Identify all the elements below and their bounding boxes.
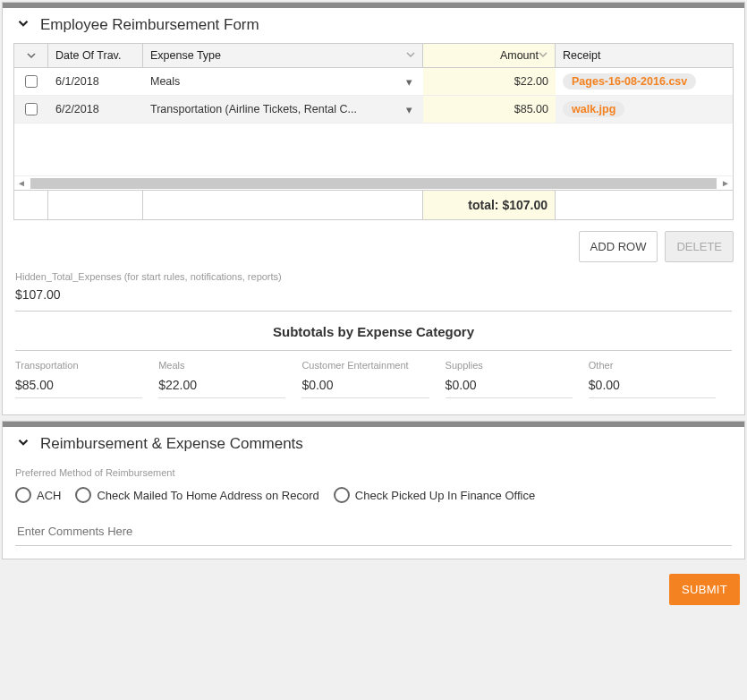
subtotal-value: $0.00 bbox=[589, 378, 716, 398]
column-header-amount-label: Amount bbox=[430, 49, 539, 62]
hidden-total-value: $107.00 bbox=[15, 282, 732, 311]
reimbursement-method-group: ACH Check Mailed To Home Address on Reco… bbox=[3, 485, 744, 516]
row-checkbox[interactable] bbox=[25, 103, 38, 115]
receipt-link[interactable]: Pages-16-08-2016.csv bbox=[572, 75, 687, 88]
chevron-down-icon[interactable] bbox=[406, 49, 415, 62]
column-header-receipt-label: Receipt bbox=[563, 49, 726, 62]
subtotal-label: Meals bbox=[158, 360, 301, 371]
scroll-right-icon[interactable]: ► bbox=[718, 178, 733, 188]
comments-input[interactable] bbox=[15, 517, 732, 546]
cell-type-value: Transportation (Airline Tickets, Rental … bbox=[150, 103, 402, 115]
grid-footer: total: $107.00 bbox=[14, 190, 733, 219]
cell-type[interactable]: Transportation (Airline Tickets, Rental … bbox=[143, 96, 423, 123]
expense-grid: Date Of Trav. Expense Type Amount Receip… bbox=[13, 43, 734, 220]
subtotals-grid: Transportation $85.00 Meals $22.00 Custo… bbox=[3, 351, 744, 414]
subtotal-value: $22.00 bbox=[158, 378, 285, 398]
cell-type[interactable]: Meals ▾ bbox=[143, 68, 423, 95]
column-header-type[interactable]: Expense Type bbox=[143, 44, 423, 67]
collapse-toggle-section2[interactable] bbox=[15, 434, 31, 453]
scroll-left-icon[interactable]: ◄ bbox=[14, 178, 29, 188]
collapse-toggle-section1[interactable] bbox=[15, 15, 31, 34]
section2-title: Reimbursement & Expense Comments bbox=[40, 435, 303, 453]
column-header-receipt[interactable]: Receipt bbox=[556, 44, 733, 67]
dropdown-caret-icon[interactable]: ▾ bbox=[402, 103, 416, 116]
radio-icon bbox=[334, 487, 350, 503]
subtotal-value: $0.00 bbox=[301, 378, 429, 398]
scroll-track[interactable] bbox=[30, 178, 717, 189]
subtotal-label: Supplies bbox=[446, 360, 589, 371]
cell-type-value: Meals bbox=[150, 75, 402, 88]
radio-icon bbox=[15, 487, 31, 503]
column-header-type-label: Expense Type bbox=[150, 49, 406, 62]
radio-label: Check Picked Up In Finance Office bbox=[355, 489, 535, 502]
radio-check-pickup[interactable]: Check Picked Up In Finance Office bbox=[334, 487, 535, 503]
subtotal-value: $85.00 bbox=[15, 378, 142, 398]
submit-button[interactable]: SUBMIT bbox=[669, 574, 740, 605]
delete-button[interactable]: DELETE bbox=[665, 231, 734, 262]
radio-icon bbox=[75, 487, 91, 503]
subtotal-label: Customer Entertainment bbox=[301, 360, 445, 371]
radio-check-mailed[interactable]: Check Mailed To Home Address on Record bbox=[75, 487, 318, 503]
column-header-date[interactable]: Date Of Trav. bbox=[48, 44, 143, 67]
table-row: 6/1/2018 Meals ▾ $22.00 Pages-16-08-2016… bbox=[14, 68, 733, 96]
chevron-down-icon[interactable] bbox=[539, 49, 548, 62]
radio-ach[interactable]: ACH bbox=[15, 487, 61, 503]
horizontal-scrollbar[interactable]: ◄ ► bbox=[14, 175, 733, 190]
subtotal-value: $0.00 bbox=[446, 378, 573, 398]
add-row-button[interactable]: ADD ROW bbox=[579, 231, 658, 262]
column-menu-checkbox[interactable] bbox=[14, 44, 48, 67]
row-checkbox[interactable] bbox=[25, 75, 38, 88]
cell-amount[interactable]: $22.00 bbox=[423, 68, 556, 95]
cell-date[interactable]: 6/2/2018 bbox=[48, 96, 143, 123]
column-header-date-label: Date Of Trav. bbox=[55, 49, 135, 62]
subtotal-label: Other bbox=[589, 360, 732, 371]
grid-body: 6/1/2018 Meals ▾ $22.00 Pages-16-08-2016… bbox=[14, 68, 733, 175]
preferred-method-label: Preferred Method of Reimbursement bbox=[3, 462, 744, 485]
table-row: 6/2/2018 Transportation (Airline Tickets… bbox=[14, 96, 733, 124]
column-header-amount[interactable]: Amount bbox=[423, 44, 556, 67]
dropdown-caret-icon[interactable]: ▾ bbox=[402, 75, 416, 89]
cell-date[interactable]: 6/1/2018 bbox=[48, 68, 143, 95]
receipt-link[interactable]: walk.jpg bbox=[572, 103, 615, 115]
total-cell: total: $107.00 bbox=[423, 191, 556, 219]
radio-label: Check Mailed To Home Address on Record bbox=[97, 489, 318, 502]
hidden-total-label: Hidden_Total_Expenses (for start rules, … bbox=[15, 271, 732, 282]
subtotal-label: Transportation bbox=[15, 360, 158, 371]
radio-label: ACH bbox=[37, 489, 61, 502]
cell-amount[interactable]: $85.00 bbox=[423, 96, 556, 123]
grid-header: Date Of Trav. Expense Type Amount Receip… bbox=[14, 44, 733, 68]
subtotals-header: Subtotals by Expense Category bbox=[3, 312, 744, 350]
section1-title: Employee Reimbursement Form bbox=[40, 16, 259, 34]
